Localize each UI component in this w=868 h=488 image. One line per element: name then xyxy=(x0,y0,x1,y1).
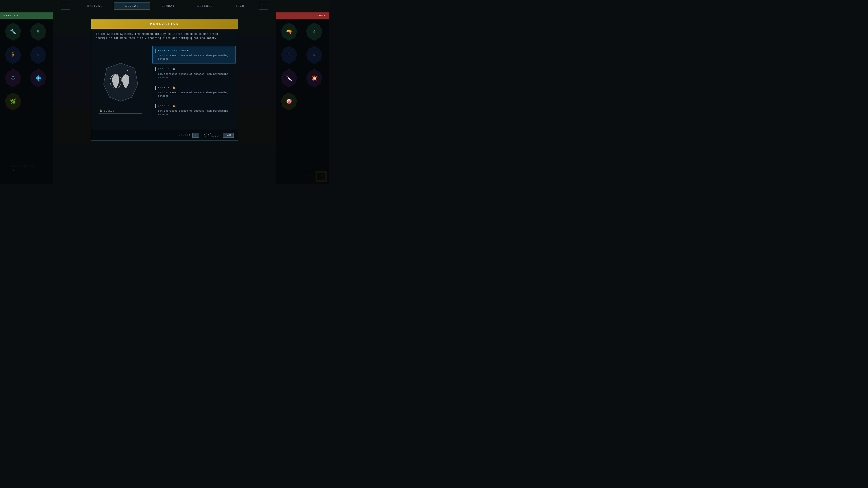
unlock-action[interactable]: UNLOCK E xyxy=(179,133,199,138)
back-label-text: BACK xyxy=(204,133,221,135)
back-action: BACK HOLD TO EXIT TAB xyxy=(204,133,234,138)
list-item[interactable]: ♥ xyxy=(28,21,49,42)
tab-social[interactable]: SOCIAL xyxy=(114,2,150,10)
list-item[interactable]: 🔪 xyxy=(278,68,300,89)
rank-1-header: RANK 1 AVAILABLE xyxy=(155,48,232,53)
list-item xyxy=(28,91,49,112)
skill-description: In the Settled Systems, the nuanced abil… xyxy=(91,29,238,44)
rank-item-3: RANK 3 🔒 30% increased chance of success… xyxy=(152,83,236,101)
skill-icon: ⚡ xyxy=(29,46,47,64)
skill-icon: 🏃 xyxy=(4,46,22,64)
rank-2-header: RANK 2 🔒 xyxy=(155,67,232,71)
tab-combat[interactable]: COMBAT xyxy=(150,2,186,9)
rank-4-header: RANK 4 🔒 xyxy=(155,104,232,108)
back-hint-text: HOLD TO EXIT xyxy=(204,135,221,138)
list-item[interactable]: 🗡 xyxy=(304,21,325,42)
list-item[interactable]: 🏃 xyxy=(2,44,24,66)
rank-3-lock-icon: 🔒 xyxy=(173,86,175,89)
skill-icon: ⚔ xyxy=(305,46,323,64)
rank-2-desc: 20% increased chance of success when per… xyxy=(155,72,232,79)
rank-item-4: RANK 4 🔒 50% increased chance of success… xyxy=(152,101,236,119)
locked-text: LOCKED xyxy=(104,109,114,112)
list-item[interactable]: ⚔ xyxy=(304,44,325,66)
skill-icon: 🔪 xyxy=(280,69,298,88)
rank-1-desc: 10% increased chance of success when per… xyxy=(155,54,232,61)
list-item[interactable]: 🔫 xyxy=(278,21,300,42)
locked-section: 🔒 LOCKED xyxy=(96,109,145,114)
lock-icon: 🔒 xyxy=(99,109,103,112)
rank-indicator xyxy=(155,104,156,108)
rank-item-1[interactable]: RANK 1 AVAILABLE 10% increased chance of… xyxy=(152,46,236,64)
unlock-key[interactable]: E xyxy=(192,133,199,138)
rank-3-desc: 30% increased chance of success when per… xyxy=(155,91,232,98)
list-item[interactable]: 💥 xyxy=(304,68,325,89)
right-panel: COME 🔫 🗡 🛡 ⚔ 🔪 💥 🎯 xyxy=(276,12,329,184)
unlock-label: UNLOCK xyxy=(179,134,191,136)
rank-2-title: RANK 2 xyxy=(158,68,170,70)
skill-icon: 🎯 xyxy=(280,93,298,111)
list-item xyxy=(304,91,325,112)
back-key[interactable]: TAB xyxy=(223,133,234,138)
list-item[interactable]: 🔧 xyxy=(2,21,24,42)
list-item[interactable]: 🎯 xyxy=(278,91,300,112)
skill-name: PERSUASION xyxy=(91,20,238,29)
rank-indicator xyxy=(155,48,156,53)
left-panel: PHYSICAL 🔧 ♥ 🏃 ⚡ 🛡 💠 🌿 xyxy=(0,12,53,184)
list-item[interactable]: 💠 xyxy=(28,68,49,89)
left-skill-grid: 🔧 ♥ 🏃 ⚡ 🛡 💠 🌿 xyxy=(0,19,53,115)
skill-ranks-section: RANK 1 AVAILABLE 10% increased chance of… xyxy=(150,44,238,130)
svg-marker-0 xyxy=(103,63,138,101)
rank-2-lock-icon: 🔒 xyxy=(173,68,175,70)
skill-icon: 🛡 xyxy=(4,69,22,88)
rank-3-title: RANK 3 xyxy=(158,86,170,89)
rank-1-title: RANK 1 AVAILABLE xyxy=(158,49,189,52)
svg-text:✦: ✦ xyxy=(127,69,128,72)
rank-4-desc: 50% increased chance of success when per… xyxy=(155,109,232,116)
locked-label: 🔒 LOCKED xyxy=(99,109,142,112)
skill-icon: ♥ xyxy=(29,23,47,41)
bottom-bar: UNLOCK E BACK HOLD TO EXIT TAB xyxy=(91,130,238,140)
list-item[interactable]: 🛡 xyxy=(278,44,300,66)
right-skill-grid: 🔫 🗡 🛡 ⚔ 🔪 💥 🎯 xyxy=(276,19,329,115)
skill-icon: 🌿 xyxy=(4,93,22,111)
main-panel: PERSUASION In the Settled Systems, the n… xyxy=(54,12,275,184)
skill-icon: 🔫 xyxy=(280,23,298,41)
skill-icon: 🛡 xyxy=(280,46,298,64)
list-item[interactable]: 🛡 xyxy=(2,68,24,89)
list-item[interactable]: ⚡ xyxy=(28,44,49,66)
tab-science[interactable]: SCIENCE xyxy=(186,2,224,9)
tab-tech[interactable]: TECH xyxy=(224,2,256,9)
rank-4-title: RANK 4 xyxy=(158,105,170,107)
skill-card-body: ✦ ✦ ✦ ✦ ✦ ✦ xyxy=(91,44,238,130)
rank-item-2: RANK 2 🔒 20% increased chance of success… xyxy=(152,65,236,82)
skill-card: PERSUASION In the Settled Systems, the n… xyxy=(91,19,238,140)
rank-4-lock-icon: 🔒 xyxy=(173,105,175,107)
nav-arrow-right[interactable]: → xyxy=(259,3,268,9)
list-item[interactable]: 🌿 xyxy=(2,91,24,112)
left-panel-header: PHYSICAL xyxy=(0,12,53,19)
tab-physical[interactable]: PHYSICAL xyxy=(73,2,114,9)
skill-image-section: ✦ ✦ ✦ ✦ ✦ ✦ xyxy=(91,44,150,130)
back-label: BACK HOLD TO EXIT xyxy=(204,133,221,138)
skill-icon: 💠 xyxy=(29,69,47,88)
top-nav: ← PHYSICAL SOCIAL COMBAT SCIENCE TECH → xyxy=(0,0,329,12)
skill-badge-image: ✦ ✦ ✦ ✦ ✦ ✦ xyxy=(103,62,139,103)
skill-badge: ✦ ✦ ✦ ✦ ✦ ✦ xyxy=(100,60,141,105)
skill-icon: 💥 xyxy=(305,69,323,88)
skill-icon: 🗡 xyxy=(305,23,323,41)
rank-indicator xyxy=(155,86,156,90)
rank-indicator xyxy=(155,67,156,71)
skill-icon: 🔧 xyxy=(4,23,22,41)
rank-3-header: RANK 3 🔒 xyxy=(155,86,232,90)
right-panel-header: COME xyxy=(276,12,329,19)
locked-bar xyxy=(99,113,142,114)
nav-arrow-left[interactable]: ← xyxy=(61,3,70,9)
